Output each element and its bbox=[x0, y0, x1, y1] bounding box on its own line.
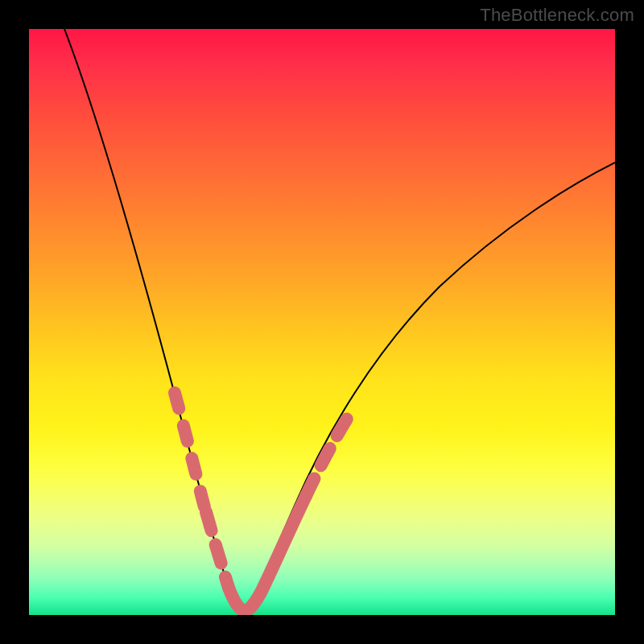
overlay-right-dashed bbox=[306, 407, 354, 496]
outer-frame: TheBottleneck.com bbox=[0, 0, 644, 644]
plot-area bbox=[29, 29, 615, 615]
watermark-text: TheBottleneck.com bbox=[480, 5, 634, 26]
overlay-right-solid bbox=[261, 496, 306, 592]
curve-layer bbox=[29, 29, 615, 615]
overlay-left-dashed-lower bbox=[206, 512, 229, 588]
bottleneck-curve bbox=[64, 29, 615, 611]
